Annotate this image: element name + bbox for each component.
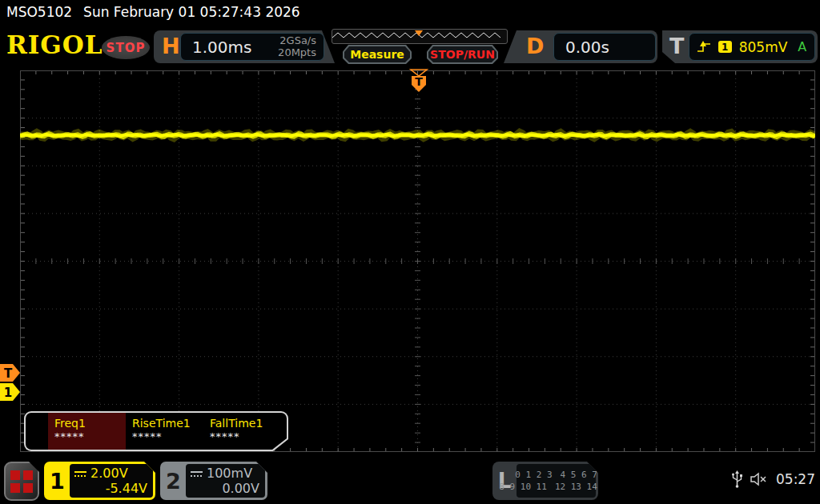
graticule-display xyxy=(20,70,815,452)
logic-row1-left: 0 1 2 3 xyxy=(515,470,552,480)
horizontal-label: H xyxy=(162,34,180,58)
measure-label: FallTime1 xyxy=(210,417,281,430)
channel2-scale: 100mV xyxy=(207,466,252,481)
delay-value: 0.00s xyxy=(554,38,609,57)
menu-grid-icon xyxy=(10,470,33,493)
main-menu-button[interactable] xyxy=(4,462,39,501)
logic-channel-list: 0 1 2 3 4 5 6 7 8 9 10 11 12 13 14 15 xyxy=(517,464,596,498)
logic-row2-left: 8 9 10 11 xyxy=(499,482,547,492)
acquisition-status-badge[interactable]: STOP xyxy=(102,36,150,59)
trigger-mode-auto: A xyxy=(798,39,806,54)
memory-depth: 20Mpts xyxy=(278,47,316,59)
measurement-panel-body: Freq1 ***** RiseTime1 ***** FallTime1 **… xyxy=(26,413,287,450)
channel2-box[interactable]: 2 100mV 0.00V xyxy=(160,462,267,500)
speaker-muted-icon xyxy=(750,472,768,486)
measure-label: RiseTime1 xyxy=(132,417,203,430)
preview-zigzag-icon xyxy=(332,30,505,42)
measure-item-risetime1[interactable]: RiseTime1 ***** xyxy=(126,413,203,450)
svg-text:T: T xyxy=(4,366,13,381)
usb-icon xyxy=(732,470,742,488)
delay-display: 0.00s xyxy=(553,33,656,61)
stop-run-button-face: STOP/RUN xyxy=(428,46,496,62)
channel1-readout: 2.00V -5.44V xyxy=(70,464,153,498)
svg-text:T: T xyxy=(416,75,424,88)
sample-rate: 2GSa/s xyxy=(278,35,316,47)
measure-button-face: Measure xyxy=(344,46,410,62)
logic-row1-right: 4 5 6 7 xyxy=(561,470,597,480)
channel2-offset: 0.00V xyxy=(191,481,259,496)
datetime-text: Sun February 01 05:27:43 2026 xyxy=(83,4,300,20)
measure-item-freq1[interactable]: Freq1 ***** xyxy=(48,413,126,450)
samplerate-memdepth: 2GSa/s 20Mpts xyxy=(278,35,324,59)
delay-label: D xyxy=(526,34,544,58)
svg-text:1: 1 xyxy=(4,386,12,400)
timebase-display: 1.00ms 2GSa/s 20Mpts xyxy=(180,33,324,61)
acquisition-status-label: STOP xyxy=(107,41,146,55)
oscilloscope-screen: MSO5102Sun February 01 05:27:43 2026 RIG… xyxy=(0,0,820,504)
trigger-level-marker[interactable]: T xyxy=(0,364,20,382)
dc-coupling-icon xyxy=(74,470,86,478)
measurement-panel: Freq1 ***** RiseTime1 ***** FallTime1 **… xyxy=(24,411,288,451)
measure-value: ***** xyxy=(210,430,281,442)
timebase-value: 1.00ms xyxy=(181,38,278,57)
ch1-ground-marker[interactable]: 1 xyxy=(0,383,20,401)
model-name: MSO5102 xyxy=(6,4,72,20)
channel2-readout: 100mV 0.00V xyxy=(186,464,265,498)
logic-channels-box[interactable]: L 0 1 2 3 4 5 6 7 8 9 10 11 12 13 14 15 xyxy=(492,462,598,500)
delay-settings-box[interactable]: D 0.00s xyxy=(504,30,657,63)
trigger-level-value: 805mV xyxy=(739,39,788,55)
trigger-position-marker[interactable]: T xyxy=(409,69,428,93)
stop-run-button[interactable]: STOP/RUN xyxy=(427,45,498,64)
rigol-logo: RIGOL xyxy=(6,30,103,59)
trigger-label: T xyxy=(669,34,684,58)
logic-row2-right: 12 13 14 15 xyxy=(555,482,613,492)
channel2-number: 2 xyxy=(160,462,187,500)
waveform-memory-preview[interactable] xyxy=(332,29,508,44)
trigger-settings-box[interactable]: T 1 805mV A xyxy=(662,30,818,63)
titlebar: MSO5102Sun February 01 05:27:43 2026 xyxy=(6,4,300,20)
logic-label: L xyxy=(492,462,517,500)
channel1-offset: -5.44V xyxy=(74,481,147,496)
clock-text: 05:27 xyxy=(776,471,815,487)
trigger-display: 1 805mV A xyxy=(689,33,815,61)
measure-label: Freq1 xyxy=(54,417,126,430)
channel1-scale: 2.00V xyxy=(90,466,128,481)
measure-button[interactable]: Measure xyxy=(343,45,412,64)
rising-edge-icon xyxy=(697,41,711,54)
measure-item-falltime1[interactable]: FallTime1 ***** xyxy=(203,413,281,450)
horizontal-settings-box[interactable]: H 1.00ms 2GSa/s 20Mpts xyxy=(154,30,335,63)
channel1-box[interactable]: 1 2.00V -5.44V xyxy=(44,462,155,500)
channel1-number: 1 xyxy=(44,462,70,500)
measure-button-label: Measure xyxy=(350,48,404,61)
measure-value: ***** xyxy=(132,430,203,442)
dc-coupling-icon xyxy=(191,470,203,478)
trigger-source-badge: 1 xyxy=(718,41,732,53)
stop-run-button-label: STOP/RUN xyxy=(430,48,495,61)
measure-value: ***** xyxy=(54,430,126,442)
status-icons: 05:27 xyxy=(732,470,815,488)
